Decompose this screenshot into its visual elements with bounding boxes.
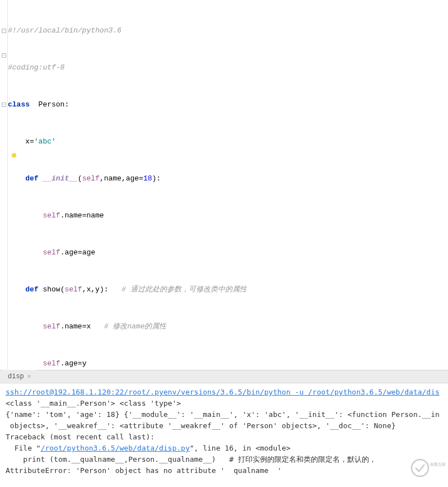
close-icon[interactable]: ×	[27, 370, 31, 383]
fold-marker[interactable]: −	[2, 103, 6, 107]
fold-marker[interactable]: −	[2, 53, 6, 58]
fold-marker[interactable]: −	[2, 29, 6, 33]
console-text: ", line 16, in <module>	[190, 444, 291, 452]
function-name: __init__	[43, 174, 77, 183]
comment: # 修改name的属性	[104, 322, 167, 331]
code-indent	[8, 174, 25, 183]
console-tabbar: disp ×	[0, 370, 448, 383]
number-literal: 18	[143, 174, 152, 183]
code-text: (	[78, 174, 82, 183]
console-line: objects>, '__weakref__': <attribute '__w…	[6, 420, 446, 432]
code-indent	[8, 359, 43, 368]
traceback-header: Traceback (most recent call last):	[6, 432, 446, 443]
code-indent	[8, 248, 43, 257]
file-link[interactable]: /root/python3.6.5/web/data/disp.py	[41, 444, 190, 452]
function-name: show	[43, 285, 60, 294]
string-literal: 'abc'	[34, 137, 56, 146]
tab-label: disp	[8, 370, 24, 383]
console-text: File "	[6, 444, 41, 452]
editor-gutter: − − −	[0, 0, 8, 370]
watermark-logo: 创新互联	[410, 458, 446, 485]
code-text: ,name,age=	[100, 174, 143, 183]
code-text: x=	[8, 137, 34, 146]
code-text: ,x,y):	[82, 285, 122, 294]
code-indent	[8, 285, 25, 294]
class-name: Person:	[30, 100, 69, 109]
console-line: {'name': 'tom', 'age': 18} {'__module__'…	[6, 409, 446, 420]
code-text: .age=y	[60, 359, 87, 368]
code-text: ):	[152, 174, 161, 183]
def-keyword: def	[25, 174, 38, 183]
code-indent	[8, 211, 43, 220]
coding-comment: #coding:utf-8	[8, 63, 64, 72]
error-line: AttributeError: 'Person' object has no a…	[6, 465, 446, 476]
console-line: <class '__main__.Person'> <class 'type'>	[6, 398, 446, 409]
self-keyword: self	[64, 285, 82, 294]
class-keyword: class	[8, 100, 30, 109]
console-output[interactable]: ssh://root@192.168.1.120:22/root/.pyenv/…	[0, 383, 448, 487]
self-keyword: self	[82, 174, 100, 183]
self-keyword: self	[43, 248, 60, 257]
comment: # 通过此处的参数，可修改类中的属性	[122, 285, 247, 294]
console-line: print (tom.__qualname__,Person.__qualnam…	[6, 454, 446, 465]
self-keyword: self	[43, 211, 60, 220]
code-text: .name=x	[60, 322, 104, 331]
svg-text:创新互联: 创新互联	[430, 462, 446, 467]
def-keyword: def	[25, 285, 38, 294]
shebang-comment: #!/usr/local/bin/python3.6	[8, 26, 122, 35]
code-text: .age=age	[60, 248, 95, 257]
code-indent	[8, 322, 43, 331]
path-link[interactable]: /root/.pyenv/versions/3.6.5/bin/python -…	[124, 388, 440, 396]
console-tab[interactable]: disp ×	[2, 369, 36, 384]
svg-point-0	[412, 460, 428, 476]
code-editor[interactable]: − − − #!/usr/local/bin/python3.6 #coding…	[0, 0, 448, 370]
intention-bulb-icon[interactable]	[11, 153, 17, 160]
code-area[interactable]: #!/usr/local/bin/python3.6 #coding:utf-8…	[8, 0, 448, 370]
code-text: .name=name	[60, 211, 104, 220]
self-keyword: self	[43, 359, 60, 368]
self-keyword: self	[43, 322, 60, 331]
ssh-link[interactable]: ssh://root@192.168.1.120:22	[6, 388, 124, 396]
